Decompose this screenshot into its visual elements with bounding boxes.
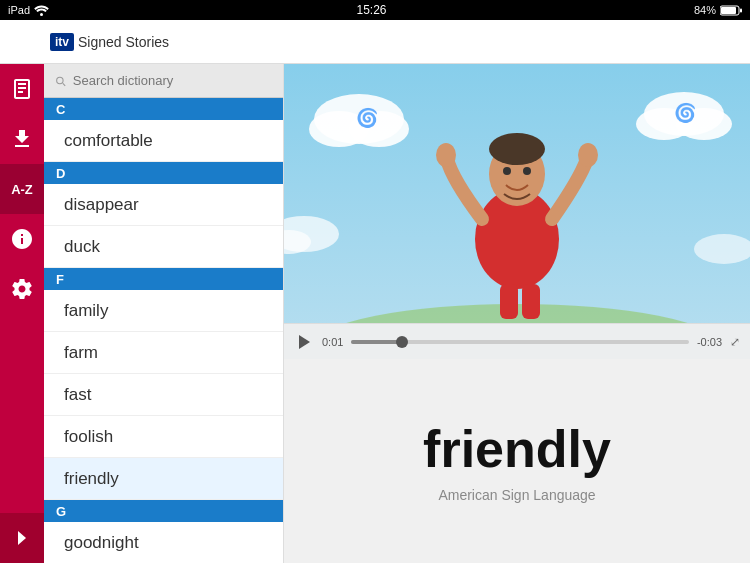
section-header-d: D — [44, 162, 283, 184]
progress-bar[interactable] — [351, 340, 689, 344]
progress-thumb — [396, 336, 408, 348]
list-item[interactable]: fast — [44, 374, 283, 416]
status-left: iPad — [8, 4, 49, 16]
svg-point-22 — [578, 143, 598, 167]
svg-point-19 — [503, 167, 511, 175]
search-icon — [54, 74, 67, 88]
expand-button[interactable]: ⤢ — [730, 335, 740, 349]
list-item-friendly[interactable]: friendly — [44, 458, 283, 500]
gear-icon — [10, 277, 34, 301]
sidebar-item-book[interactable] — [0, 64, 44, 114]
word-display: friendly American Sign Language — [284, 359, 750, 563]
list-item[interactable]: farm — [44, 332, 283, 374]
book-icon — [10, 77, 34, 101]
progress-fill — [351, 340, 402, 344]
list-item[interactable]: duck — [44, 226, 283, 268]
list-item[interactable]: family — [44, 290, 283, 332]
forward-arrow-icon — [10, 526, 34, 550]
battery-percent: 84% — [694, 4, 716, 16]
list-item[interactable]: disappear — [44, 184, 283, 226]
svg-text:🌀: 🌀 — [674, 102, 697, 124]
wifi-icon — [34, 5, 49, 16]
video-controls: 0:01 -0:03 ⤢ — [284, 323, 750, 359]
download-icon — [10, 127, 34, 151]
presenter-svg — [432, 109, 602, 324]
svg-point-20 — [523, 167, 531, 175]
total-time: -0:03 — [697, 336, 722, 348]
app-header: itv Signed Stories — [0, 20, 750, 64]
app-title: Signed Stories — [78, 34, 169, 50]
sky-background: 🌀 🌀 — [284, 64, 750, 359]
search-input[interactable] — [73, 73, 273, 88]
play-button[interactable] — [294, 332, 314, 352]
section-header-g: G — [44, 500, 283, 522]
content-panel: 🌀 🌀 — [284, 64, 750, 563]
battery-icon — [720, 5, 742, 16]
svg-rect-3 — [740, 8, 742, 12]
svg-rect-23 — [500, 284, 518, 319]
svg-point-21 — [436, 143, 456, 167]
list-item[interactable]: foolish — [44, 416, 283, 458]
svg-point-0 — [40, 13, 43, 16]
status-time: 15:26 — [356, 3, 386, 17]
search-bar[interactable] — [44, 64, 283, 98]
sidebar-item-info[interactable] — [0, 214, 44, 264]
itv-badge: itv — [50, 33, 74, 51]
current-time: 0:01 — [322, 336, 343, 348]
svg-point-14 — [694, 234, 750, 264]
status-ipad: iPad — [8, 4, 30, 16]
sidebar-item-download[interactable] — [0, 114, 44, 164]
svg-text:🌀: 🌀 — [356, 107, 379, 129]
header-logo: itv Signed Stories — [50, 33, 169, 51]
word-title: friendly — [423, 419, 611, 479]
svg-rect-2 — [721, 7, 736, 14]
sidebar: A-Z — [0, 20, 44, 563]
list-item[interactable]: goodnight — [44, 522, 283, 563]
dictionary-panel: C comfortable D disappear duck F family … — [44, 64, 284, 563]
section-header-c: C — [44, 98, 283, 120]
svg-marker-25 — [299, 335, 310, 349]
word-subtitle: American Sign Language — [438, 487, 595, 503]
info-icon — [10, 227, 34, 251]
svg-rect-24 — [522, 284, 540, 319]
status-bar: iPad 15:26 84% — [0, 0, 750, 20]
video-area: 🌀 🌀 — [284, 64, 750, 359]
list-item[interactable]: comfortable — [44, 120, 283, 162]
sidebar-item-settings[interactable] — [0, 264, 44, 314]
sidebar-nav-forward[interactable] — [0, 513, 44, 563]
svg-point-18 — [489, 133, 545, 165]
sidebar-item-az[interactable]: A-Z — [0, 164, 44, 214]
play-icon — [296, 334, 312, 350]
section-header-f: F — [44, 268, 283, 290]
az-label: A-Z — [11, 182, 33, 197]
status-right: 84% — [694, 4, 742, 16]
